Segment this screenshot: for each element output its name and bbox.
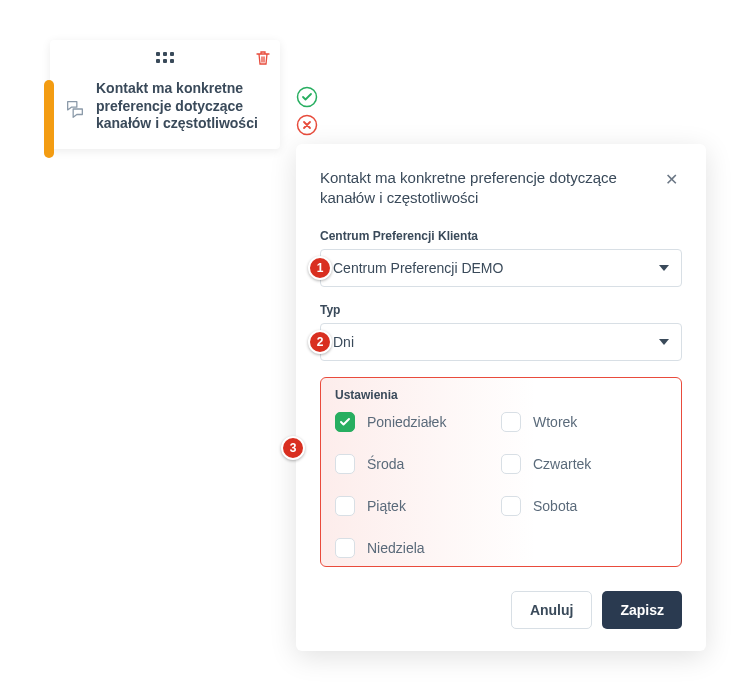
panel-footer: Anuluj Zapisz [320, 591, 682, 629]
day-label: Środa [367, 456, 404, 472]
checkbox-friday[interactable] [335, 496, 355, 516]
check-icon [339, 416, 351, 428]
day-label: Sobota [533, 498, 577, 514]
field-preference-center: 1 Centrum Preferencji Klienta Centrum Pr… [320, 229, 682, 287]
checkbox-wednesday[interactable] [335, 454, 355, 474]
day-label: Poniedziałek [367, 414, 446, 430]
no-connector[interactable] [296, 114, 318, 136]
day-friday: Piątek [335, 496, 501, 516]
trash-icon [256, 50, 270, 66]
delete-node-button[interactable] [256, 50, 270, 70]
day-saturday: Sobota [501, 496, 667, 516]
node-accent-bar [44, 80, 54, 158]
day-label: Niedziela [367, 540, 425, 556]
step-badge-2: 2 [308, 330, 332, 354]
node-title: Kontakt ma konkretne preferencje dotyczą… [96, 80, 264, 133]
checkbox-monday[interactable] [335, 412, 355, 432]
flow-node-card[interactable]: Kontakt ma konkretne preferencje dotyczą… [50, 40, 280, 149]
chevron-down-icon [659, 339, 669, 345]
drag-handle[interactable] [153, 52, 177, 63]
day-label: Wtorek [533, 414, 577, 430]
x-circle-icon [296, 114, 318, 136]
checkbox-thursday[interactable] [501, 454, 521, 474]
checkbox-tuesday[interactable] [501, 412, 521, 432]
chevron-down-icon [659, 265, 669, 271]
field-type: 2 Typ Dni [320, 303, 682, 361]
step-badge-1: 1 [308, 256, 332, 280]
day-tuesday: Wtorek [501, 412, 667, 432]
day-sunday: Niedziela [335, 538, 501, 558]
select-value: Centrum Preferencji DEMO [333, 260, 503, 276]
close-panel-button[interactable]: ✕ [661, 168, 682, 192]
day-label: Piątek [367, 498, 406, 514]
day-thursday: Czwartek [501, 454, 667, 474]
chat-swap-icon [64, 98, 86, 124]
preference-center-select[interactable]: Centrum Preferencji DEMO [320, 249, 682, 287]
checkbox-saturday[interactable] [501, 496, 521, 516]
field-label: Centrum Preferencji Klienta [320, 229, 682, 243]
checkbox-sunday[interactable] [335, 538, 355, 558]
day-monday: Poniedziałek [335, 412, 501, 432]
day-wednesday: Środa [335, 454, 501, 474]
panel-header: Kontakt ma konkretne preferencje dotyczą… [320, 168, 682, 209]
field-label: Typ [320, 303, 682, 317]
select-value: Dni [333, 334, 354, 350]
settings-label: Ustawienia [335, 388, 667, 402]
step-badge-3: 3 [281, 436, 305, 460]
days-grid: Poniedziałek Wtorek Środa Czwartek Piąte… [335, 412, 667, 558]
check-circle-icon [296, 86, 318, 108]
cancel-button[interactable]: Anuluj [511, 591, 593, 629]
panel-title: Kontakt ma konkretne preferencje dotyczą… [320, 168, 640, 209]
settings-highlight-box: 3 Ustawienia Poniedziałek Wtorek Środa C… [320, 377, 682, 567]
yes-connector[interactable] [296, 86, 318, 108]
day-label: Czwartek [533, 456, 591, 472]
save-button[interactable]: Zapisz [602, 591, 682, 629]
close-icon: ✕ [665, 171, 678, 188]
settings-panel: Kontakt ma konkretne preferencje dotyczą… [296, 144, 706, 651]
type-select[interactable]: Dni [320, 323, 682, 361]
